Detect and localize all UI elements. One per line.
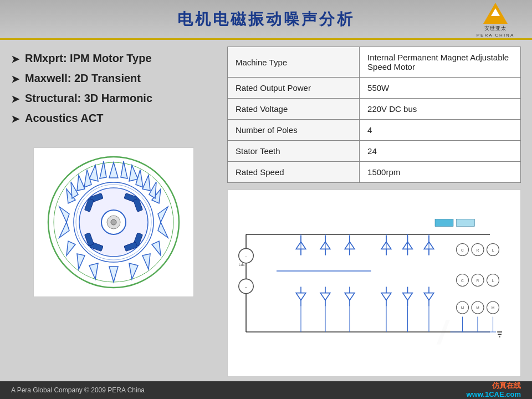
table-row: Number of Poles 4	[228, 120, 521, 141]
footer-copyright: A Pera Global Company © 2009 PERA China	[11, 386, 145, 394]
bullet-item: ➤Acoustics ACT	[11, 112, 216, 125]
bullet-text: Acoustics ACT	[25, 112, 104, 125]
spec-label: Number of Poles	[228, 120, 360, 141]
svg-text:C: C	[461, 279, 464, 283]
bullet-list: ➤RMxprt: IPM Motor Type➤Maxwell: 2D Tran…	[11, 47, 216, 137]
table-row: Rated Voltage 220V DC bus	[228, 99, 521, 120]
svg-text:M: M	[476, 306, 479, 310]
footer: A Pera Global Company © 2009 PERA China …	[0, 381, 532, 399]
svg-text:C: C	[461, 248, 464, 252]
spec-value: 220V DC bus	[360, 99, 521, 120]
svg-text:/: /	[436, 314, 450, 351]
watermark: /	[432, 310, 499, 355]
bullet-arrow-icon: ➤	[11, 93, 19, 105]
spec-label: Rated Speed	[228, 162, 360, 183]
logo-triangle-icon	[483, 3, 508, 24]
svg-text:~: ~	[245, 254, 248, 259]
specs-table: Machine Type Internal Permanent Magnet A…	[227, 47, 521, 183]
bullet-item: ➤Maxwell: 2D Transient	[11, 72, 216, 85]
svg-rect-18	[457, 219, 475, 227]
bullet-arrow-icon: ➤	[11, 53, 19, 65]
svg-rect-17	[435, 219, 453, 227]
bullet-arrow-icon: ➤	[11, 73, 19, 85]
logo-area: 安世亚太 PERA CHINA	[468, 4, 523, 35]
left-panel: ➤RMxprt: IPM Motor Type➤Maxwell: 2D Tran…	[11, 47, 216, 377]
spec-value: 550W	[360, 78, 521, 99]
logo-text: 安世亚太 PERA CHINA	[477, 25, 514, 38]
spec-value: 24	[360, 141, 521, 162]
spec-value: 1500rpm	[360, 162, 521, 183]
bullet-item: ➤Structural: 3D Harmonic	[11, 92, 216, 105]
footer-brand-chinese: 仿真在线	[492, 381, 521, 390]
svg-text:M: M	[461, 306, 464, 310]
table-row: Machine Type Internal Permanent Magnet A…	[228, 47, 521, 78]
spec-value: 4	[360, 120, 521, 141]
bullet-item: ➤RMxprt: IPM Motor Type	[11, 52, 216, 65]
table-row: Stator Teeth 24	[228, 141, 521, 162]
header-title: 电机电磁振动噪声分析	[177, 9, 355, 30]
table-row: Rated Speed 1500rpm	[228, 162, 521, 183]
svg-text:M: M	[492, 306, 495, 310]
footer-brand-url: www.1CAE.com	[467, 390, 521, 399]
header: 电机电磁振动噪声分析 安世亚太 PERA CHINA	[0, 0, 532, 40]
spec-value: Internal Permanent Magnet Adjustable Spe…	[360, 47, 521, 78]
bullet-text: RMxprt: IPM Motor Type	[25, 52, 152, 65]
table-row: Rated Output Power 550W	[228, 78, 521, 99]
spec-label: Stator Teeth	[228, 141, 360, 162]
svg-text:Ldc: Ldc	[239, 263, 245, 267]
spec-label: Machine Type	[228, 47, 360, 78]
motor-diagram	[33, 147, 194, 297]
svg-point-15	[111, 219, 116, 225]
bullet-arrow-icon: ➤	[11, 113, 19, 125]
svg-text:L: L	[492, 279, 494, 283]
svg-text:~: ~	[245, 285, 248, 290]
spec-label: Rated Voltage	[228, 99, 360, 120]
svg-text:R: R	[477, 248, 479, 252]
bullet-text: Maxwell: 2D Transient	[25, 72, 141, 85]
svg-text:L: L	[492, 248, 494, 252]
footer-brand: 仿真在线 www.1CAE.com	[467, 381, 521, 398]
svg-text:R: R	[477, 279, 479, 283]
bullet-text: Structural: 3D Harmonic	[25, 92, 152, 105]
spec-label: Rated Output Power	[228, 78, 360, 99]
